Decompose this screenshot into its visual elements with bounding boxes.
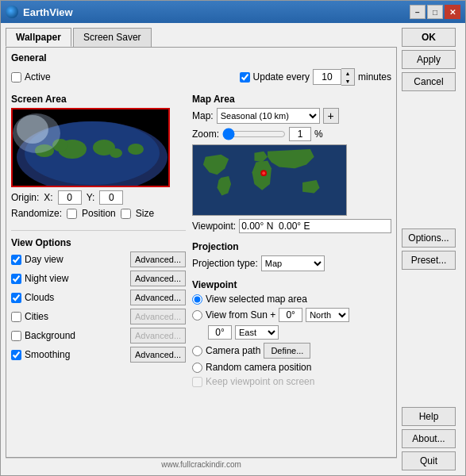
left-column: Screen Area xyxy=(11,90,186,452)
x-label: X: xyxy=(44,192,52,203)
spinner-down-button[interactable]: ▼ xyxy=(341,77,354,85)
about-button[interactable]: About... xyxy=(402,429,456,448)
ok-button[interactable]: OK xyxy=(402,28,456,47)
svg-point-13 xyxy=(262,171,265,175)
view-option-row: Clouds Advanced... xyxy=(11,290,186,305)
day-view-checkbox[interactable] xyxy=(11,255,21,265)
randomize-row: Randomize: Position Size xyxy=(11,208,186,219)
map-select-row: Map: Seasonal (10 km) Day/Night Clouds P… xyxy=(192,108,391,124)
projection-type-label: Projection type: xyxy=(192,258,258,269)
update-value-input[interactable]: 10 xyxy=(313,69,341,85)
maximize-button[interactable]: □ xyxy=(427,5,443,19)
cancel-button[interactable]: Cancel xyxy=(402,72,456,91)
view-selected-row: View selected map area xyxy=(192,294,391,305)
background-label: Background xyxy=(25,330,127,341)
projection-label: Projection xyxy=(192,241,391,252)
size-label: Size xyxy=(136,208,154,219)
x-input[interactable] xyxy=(58,190,82,205)
view-from-sun-label: View from Sun + xyxy=(206,309,275,321)
update-checkbox[interactable] xyxy=(240,72,250,83)
title-bar-left: EarthView xyxy=(6,6,73,18)
view-option-row: Day view Advanced... xyxy=(11,251,186,267)
svg-point-10 xyxy=(17,115,48,144)
viewpoint-row: Viewpoint: xyxy=(192,219,391,233)
spinner-arrows: ▲ ▼ xyxy=(341,68,355,86)
spinner-up-button[interactable]: ▲ xyxy=(341,69,354,77)
svg-point-6 xyxy=(110,148,122,158)
cities-advanced-button: Advanced... xyxy=(130,309,186,324)
screen-area-label: Screen Area xyxy=(11,94,186,105)
camera-path-radio[interactable] xyxy=(192,346,202,356)
cities-checkbox[interactable] xyxy=(11,312,21,322)
zoom-slider[interactable] xyxy=(222,128,286,140)
view-selected-radio[interactable] xyxy=(192,294,202,305)
north-value-input[interactable] xyxy=(279,308,302,322)
main-window: EarthView − □ ✕ Wallpaper Screen Saver xyxy=(0,0,466,476)
zoom-input[interactable] xyxy=(289,127,311,141)
position-checkbox[interactable] xyxy=(67,209,77,219)
day-view-label: Day view xyxy=(25,254,127,265)
random-camera-radio[interactable] xyxy=(192,363,202,373)
clouds-advanced-button[interactable]: Advanced... xyxy=(130,290,186,305)
north-select[interactable]: North South xyxy=(306,308,349,322)
minimize-button[interactable]: − xyxy=(410,5,426,19)
map-svg xyxy=(193,145,346,215)
background-advanced-button: Advanced... xyxy=(130,328,186,344)
east-value-input[interactable] xyxy=(208,325,232,340)
smoothing-checkbox[interactable] xyxy=(11,350,21,360)
right-panel: OK Apply Cancel Options... Preset... Hel… xyxy=(402,23,465,475)
night-view-checkbox[interactable] xyxy=(11,274,21,284)
size-checkbox[interactable] xyxy=(121,209,131,219)
main-panel: Wallpaper Screen Saver General Active xyxy=(1,23,402,475)
earth-icon xyxy=(6,6,18,18)
help-button[interactable]: Help xyxy=(402,407,456,426)
origin-label: Origin: xyxy=(11,192,39,203)
view-from-sun-radio[interactable] xyxy=(192,310,202,321)
window-title: EarthView xyxy=(23,6,73,18)
quit-button[interactable]: Quit xyxy=(402,451,456,470)
svg-point-8 xyxy=(128,144,144,155)
screen-area-section: Screen Area xyxy=(11,90,186,222)
view-option-row: Smoothing Advanced... xyxy=(11,347,186,363)
viewpoint-coord-input[interactable] xyxy=(239,219,391,233)
update-spinner: 10 ▲ ▼ xyxy=(313,68,355,86)
general-left: General xyxy=(11,52,53,63)
map-area-section: Map Area Map: Seasonal (10 km) Day/Night… xyxy=(192,90,391,233)
map-add-button[interactable]: + xyxy=(323,108,339,124)
east-select[interactable]: East West xyxy=(235,325,279,340)
viewpoint-section: Viewpoint View selected map area View fr… xyxy=(192,276,391,452)
zoom-unit: % xyxy=(314,129,323,140)
projection-section: Projection Projection type: Map Globe Fl… xyxy=(192,238,391,271)
keep-viewpoint-checkbox[interactable] xyxy=(192,377,202,387)
position-label: Position xyxy=(82,208,116,219)
active-checkbox[interactable] xyxy=(11,72,21,83)
tab-screensaver[interactable]: Screen Saver xyxy=(73,28,152,47)
preset-button[interactable]: Preset... xyxy=(402,251,456,270)
background-checkbox[interactable] xyxy=(11,331,21,341)
keep-viewpoint-row: Keep viewpoint on screen xyxy=(192,376,391,387)
map-area-label: Map Area xyxy=(192,94,391,105)
define-button[interactable]: Define... xyxy=(264,343,310,359)
smoothing-advanced-button[interactable]: Advanced... xyxy=(130,347,186,363)
view-options-section: View Options Day view Advanced... Night … xyxy=(11,234,186,452)
smoothing-label: Smoothing xyxy=(25,349,127,360)
y-input[interactable] xyxy=(99,190,123,205)
content-area: Wallpaper Screen Saver General Active xyxy=(1,23,465,475)
close-button[interactable]: ✕ xyxy=(445,5,460,19)
view-option-row: Night view Advanced... xyxy=(11,271,186,286)
day-view-advanced-button[interactable]: Advanced... xyxy=(130,251,186,267)
two-col-layout: Screen Area xyxy=(11,90,391,452)
apply-button[interactable]: Apply xyxy=(402,50,456,69)
options-button[interactable]: Options... xyxy=(402,228,456,248)
map-select[interactable]: Seasonal (10 km) Day/Night Clouds Politi… xyxy=(217,108,320,124)
divider-1 xyxy=(11,230,186,231)
clouds-checkbox[interactable] xyxy=(11,293,21,303)
general-label: General xyxy=(11,52,47,63)
night-view-advanced-button[interactable]: Advanced... xyxy=(130,271,186,286)
view-from-sun-row: View from Sun + North South xyxy=(192,308,391,322)
tab-wallpaper[interactable]: Wallpaper xyxy=(6,28,71,47)
east-row: East West xyxy=(208,325,391,340)
active-label: Active xyxy=(25,71,51,83)
projection-type-select[interactable]: Map Globe Flat xyxy=(261,255,325,271)
title-bar: EarthView − □ ✕ xyxy=(1,1,465,23)
